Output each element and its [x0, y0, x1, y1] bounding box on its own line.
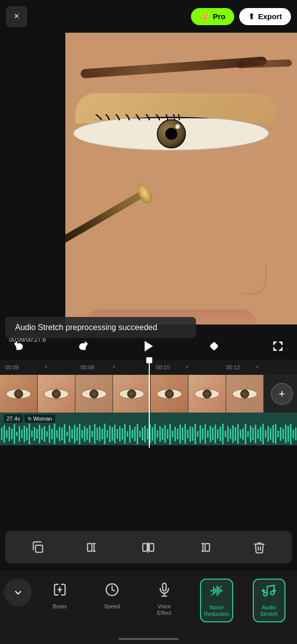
svg-rect-74 [182, 428, 183, 440]
audio-duration: 27.4s [4, 415, 23, 423]
svg-rect-107 [265, 430, 266, 438]
svg-rect-72 [177, 429, 178, 439]
svg-rect-112 [277, 431, 279, 437]
svg-rect-73 [179, 425, 181, 443]
svg-rect-100 [247, 431, 249, 437]
svg-rect-97 [240, 430, 241, 438]
svg-rect-32 [76, 427, 78, 441]
audio-label: 27.4s ↻ Woman [4, 415, 55, 423]
split-left-button[interactable] [80, 535, 106, 560]
svg-rect-98 [242, 428, 244, 440]
header: × 👑 Pro ⬆ Export [0, 0, 297, 33]
svg-rect-96 [237, 424, 239, 444]
svg-rect-86 [212, 428, 214, 440]
nav-item-beats[interactable]: Beats [43, 579, 76, 614]
voice-effect-label: VoiceEffect [157, 603, 171, 616]
svg-rect-69 [169, 424, 171, 444]
svg-rect-46 [112, 427, 113, 441]
svg-rect-3 [4, 425, 5, 443]
svg-rect-64 [157, 430, 158, 438]
svg-rect-8 [16, 432, 18, 436]
delete-button[interactable] [247, 535, 272, 560]
toast-text: Audio Stretch preprocessing succeeded [15, 323, 157, 332]
svg-rect-101 [250, 426, 251, 442]
svg-rect-28 [66, 432, 68, 436]
svg-rect-43 [104, 424, 106, 444]
svg-rect-27 [64, 424, 65, 444]
svg-rect-71 [174, 427, 176, 441]
add-clip-button[interactable]: + [271, 383, 293, 405]
split-right-button[interactable] [191, 535, 217, 560]
split-button[interactable] [136, 535, 161, 560]
svg-rect-91 [225, 431, 226, 437]
svg-rect-117 [290, 424, 291, 444]
collapse-button[interactable] [4, 579, 32, 606]
header-right: 👑 Pro ⬆ Export [191, 8, 291, 25]
loop-icon: ↻ [28, 416, 32, 422]
lashes-bottom [70, 113, 272, 119]
svg-rect-34 [81, 430, 83, 438]
redo-button[interactable] [74, 337, 92, 355]
svg-rect-89 [220, 427, 221, 441]
svg-rect-67 [164, 425, 166, 443]
svg-rect-78 [192, 427, 193, 441]
svg-rect-95 [235, 427, 236, 441]
nav-item-speed[interactable]: Speed [95, 579, 128, 614]
eyebrow-2 [237, 59, 292, 68]
svg-rect-62 [152, 427, 153, 441]
export-icon: ⬆ [248, 12, 255, 21]
export-button[interactable]: ⬆ Export [239, 8, 291, 25]
svg-rect-11 [24, 426, 25, 442]
svg-rect-90 [222, 424, 224, 444]
close-button[interactable]: × [6, 6, 27, 27]
duplicate-button[interactable] [25, 535, 50, 560]
svg-rect-92 [227, 426, 229, 442]
strip-frame-3 [75, 375, 113, 413]
svg-rect-19 [44, 426, 45, 442]
svg-rect-80 [197, 431, 199, 437]
nose-hint [242, 264, 267, 294]
audio-name-tag: ↻ Woman [25, 415, 55, 423]
nav-item-voice-effect[interactable]: VoiceEffect [148, 579, 180, 620]
ruler-time-4: 00:12 [226, 364, 240, 370]
svg-rect-9 [19, 426, 20, 442]
svg-rect-16 [36, 429, 38, 439]
fullscreen-button[interactable] [269, 337, 287, 355]
timeline-empty [0, 445, 297, 531]
svg-rect-29 [69, 426, 70, 442]
svg-rect-109 [270, 428, 271, 440]
keyframe-button[interactable] [205, 337, 223, 355]
svg-rect-114 [282, 429, 284, 439]
svg-rect-25 [59, 427, 60, 441]
noise-reduction-label: NoiseReduction [204, 604, 229, 617]
play-button[interactable] [138, 335, 160, 357]
svg-rect-70 [172, 431, 173, 437]
svg-rect-110 [272, 425, 274, 443]
bottom-nav: Beats Speed VoiceEffect [0, 571, 297, 644]
audio-stretch-icon [262, 584, 276, 601]
svg-rect-7 [14, 424, 15, 444]
svg-rect-31 [74, 425, 75, 443]
svg-rect-82 [202, 428, 204, 440]
nav-item-noise-reduction[interactable]: NoiseReduction [200, 579, 233, 622]
svg-rect-23 [54, 424, 55, 444]
svg-rect-68 [167, 429, 168, 439]
svg-rect-66 [162, 428, 163, 440]
svg-rect-126 [150, 543, 154, 551]
audio-name: Woman [33, 416, 52, 422]
svg-rect-22 [51, 429, 53, 439]
svg-rect-105 [260, 427, 261, 441]
svg-rect-125 [143, 543, 148, 551]
svg-rect-94 [232, 425, 234, 443]
svg-rect-111 [275, 424, 276, 444]
svg-rect-41 [99, 427, 101, 441]
svg-rect-4 [6, 430, 8, 438]
bottom-indicator [119, 638, 179, 640]
nav-item-audio-stretch[interactable]: AudioStretch [253, 579, 285, 622]
ruler-time-1: 00:09 [5, 364, 19, 370]
svg-rect-21 [49, 425, 50, 443]
svg-rect-99 [245, 424, 246, 444]
svg-rect-38 [91, 431, 93, 437]
pro-button[interactable]: 👑 Pro [191, 8, 234, 25]
svg-rect-48 [117, 429, 118, 439]
